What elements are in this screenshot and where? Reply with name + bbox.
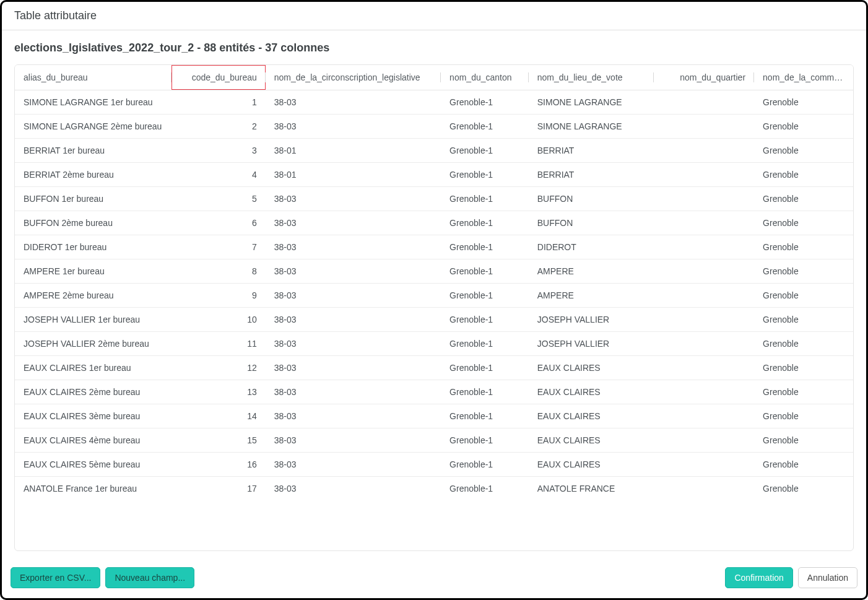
cell-code: 4 — [171, 163, 266, 187]
cell-commune: Grenoble — [754, 356, 853, 380]
cell-alias: EAUX CLAIRES 1er bureau — [15, 356, 171, 380]
cell-quartier — [654, 356, 754, 380]
cell-commune: Grenoble — [754, 211, 853, 235]
cell-lieu: EAUX CLAIRES — [529, 428, 654, 453]
cell-code: 2 — [171, 115, 266, 139]
col-header-commune[interactable]: nom_de_la_commune_u — [754, 65, 853, 90]
cell-commune: Grenoble — [754, 380, 853, 404]
cell-lieu: EAUX CLAIRES — [529, 404, 654, 428]
cell-commune: Grenoble — [754, 284, 853, 308]
modal-header: Table attributaire — [2, 2, 866, 30]
table-row[interactable]: SIMONE LAGRANGE 1er bureau138-03Grenoble… — [15, 90, 853, 115]
cell-alias: EAUX CLAIRES 5ème bureau — [15, 453, 171, 477]
cell-canton: Grenoble-1 — [441, 115, 529, 139]
cell-lieu: DIDEROT — [529, 235, 654, 259]
table-row[interactable]: AMPERE 2ème bureau938-03Grenoble-1AMPERE… — [15, 284, 853, 308]
cell-lieu: BUFFON — [529, 211, 654, 235]
cell-circ: 38-01 — [266, 163, 441, 187]
cell-commune: Grenoble — [754, 139, 853, 163]
col-header-code[interactable]: code_du_bureau — [171, 65, 266, 90]
cell-canton: Grenoble-1 — [441, 235, 529, 259]
modal-title: Table attributaire — [14, 9, 854, 22]
export-csv-button[interactable]: Exporter en CSV... — [11, 567, 100, 588]
cell-code: 3 — [171, 139, 266, 163]
cell-lieu: EAUX CLAIRES — [529, 453, 654, 477]
table-row[interactable]: DIDEROT 1er bureau738-03Grenoble-1DIDERO… — [15, 235, 853, 259]
table-wrapper[interactable]: alias_du_bureau code_du_bureau nom_de_la… — [14, 64, 854, 551]
cell-lieu: SIMONE LAGRANGE — [529, 90, 654, 115]
cell-code: 14 — [171, 404, 266, 428]
cell-commune: Grenoble — [754, 404, 853, 428]
cell-lieu: JOSEPH VALLIER — [529, 332, 654, 356]
cell-lieu: JOSEPH VALLIER — [529, 308, 654, 332]
col-header-canton[interactable]: nom_du_canton — [441, 65, 529, 90]
cell-quartier — [654, 90, 754, 115]
cell-commune: Grenoble — [754, 428, 853, 453]
cell-commune: Grenoble — [754, 163, 853, 187]
new-field-button[interactable]: Nouveau champ... — [105, 567, 194, 588]
cell-alias: BERRIAT 2ème bureau — [15, 163, 171, 187]
cell-quartier — [654, 284, 754, 308]
table-row[interactable]: ANATOLE France 1er bureau1738-03Grenoble… — [15, 477, 853, 501]
cell-quartier — [654, 380, 754, 404]
cell-alias: BUFFON 2ème bureau — [15, 211, 171, 235]
cell-alias: AMPERE 2ème bureau — [15, 284, 171, 308]
cell-lieu: SIMONE LAGRANGE — [529, 115, 654, 139]
cell-commune: Grenoble — [754, 90, 853, 115]
table-row[interactable]: JOSEPH VALLIER 1er bureau1038-03Grenoble… — [15, 308, 853, 332]
cell-quartier — [654, 235, 754, 259]
table-row[interactable]: EAUX CLAIRES 5ème bureau1638-03Grenoble-… — [15, 453, 853, 477]
col-header-alias[interactable]: alias_du_bureau — [15, 65, 171, 90]
cell-quartier — [654, 163, 754, 187]
cell-canton: Grenoble-1 — [441, 477, 529, 501]
table-row[interactable]: AMPERE 1er bureau838-03Grenoble-1AMPEREG… — [15, 259, 853, 284]
col-header-circ[interactable]: nom_de_la_circonscription_legislative — [266, 65, 441, 90]
table-row[interactable]: EAUX CLAIRES 1er bureau1238-03Grenoble-1… — [15, 356, 853, 380]
cell-code: 6 — [171, 211, 266, 235]
cell-quartier — [654, 308, 754, 332]
cell-circ: 38-03 — [266, 284, 441, 308]
table-row[interactable]: BUFFON 1er bureau538-03Grenoble-1BUFFONG… — [15, 187, 853, 211]
cell-circ: 38-03 — [266, 477, 441, 501]
cell-canton: Grenoble-1 — [441, 453, 529, 477]
cell-circ: 38-03 — [266, 404, 441, 428]
col-header-quartier[interactable]: nom_du_quartier — [654, 65, 754, 90]
cell-canton: Grenoble-1 — [441, 356, 529, 380]
table-row[interactable]: SIMONE LAGRANGE 2ème bureau238-03Grenobl… — [15, 115, 853, 139]
cell-canton: Grenoble-1 — [441, 187, 529, 211]
cell-circ: 38-03 — [266, 380, 441, 404]
cell-alias: SIMONE LAGRANGE 2ème bureau — [15, 115, 171, 139]
cell-circ: 38-03 — [266, 235, 441, 259]
cell-alias: ANATOLE France 1er bureau — [15, 477, 171, 501]
cell-canton: Grenoble-1 — [441, 284, 529, 308]
table-row[interactable]: EAUX CLAIRES 3ème bureau1438-03Grenoble-… — [15, 404, 853, 428]
cell-alias: EAUX CLAIRES 2ème bureau — [15, 380, 171, 404]
cell-code: 1 — [171, 90, 266, 115]
cell-circ: 38-03 — [266, 332, 441, 356]
cell-alias: JOSEPH VALLIER 1er bureau — [15, 308, 171, 332]
table-row[interactable]: BERRIAT 1er bureau338-01Grenoble-1BERRIA… — [15, 139, 853, 163]
cancel-button[interactable]: Annulation — [798, 567, 857, 588]
cell-lieu: BERRIAT — [529, 139, 654, 163]
cell-commune: Grenoble — [754, 308, 853, 332]
cell-commune: Grenoble — [754, 453, 853, 477]
cell-alias: JOSEPH VALLIER 2ème bureau — [15, 332, 171, 356]
table-subtitle: elections_lgislatives_2022_tour_2 - 88 e… — [14, 41, 854, 54]
cell-lieu: EAUX CLAIRES — [529, 380, 654, 404]
cell-quartier — [654, 211, 754, 235]
confirm-button[interactable]: Confirmation — [725, 567, 792, 588]
cell-commune: Grenoble — [754, 332, 853, 356]
table-row[interactable]: EAUX CLAIRES 4ème bureau1538-03Grenoble-… — [15, 428, 853, 453]
table-row[interactable]: BERRIAT 2ème bureau438-01Grenoble-1BERRI… — [15, 163, 853, 187]
cell-canton: Grenoble-1 — [441, 332, 529, 356]
cell-code: 10 — [171, 308, 266, 332]
table-row[interactable]: EAUX CLAIRES 2ème bureau1338-03Grenoble-… — [15, 380, 853, 404]
table-row[interactable]: JOSEPH VALLIER 2ème bureau1138-03Grenobl… — [15, 332, 853, 356]
cell-quartier — [654, 404, 754, 428]
cell-code: 13 — [171, 380, 266, 404]
cell-canton: Grenoble-1 — [441, 404, 529, 428]
table-row[interactable]: BUFFON 2ème bureau638-03Grenoble-1BUFFON… — [15, 211, 853, 235]
cell-alias: EAUX CLAIRES 3ème bureau — [15, 404, 171, 428]
cell-code: 16 — [171, 453, 266, 477]
col-header-lieu[interactable]: nom_du_lieu_de_vote — [529, 65, 654, 90]
